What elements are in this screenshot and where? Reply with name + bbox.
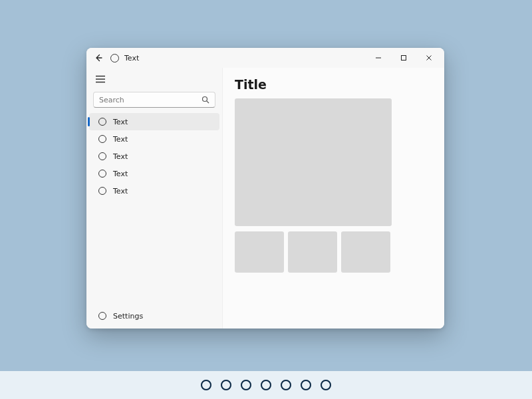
close-icon — [426, 55, 432, 61]
taskbar-item[interactable] — [241, 380, 251, 390]
nav-item-label: Text — [113, 187, 128, 196]
circle-icon — [98, 152, 106, 160]
settings-item[interactable]: Settings — [89, 307, 219, 325]
minimize-icon — [375, 55, 382, 61]
minimize-button[interactable] — [366, 49, 391, 66]
titlebar-left: Text — [92, 51, 139, 65]
sidebar: Text Text Text Text Text — [86, 68, 222, 329]
window-body: Text Text Text Text Text — [86, 68, 444, 329]
hamburger-icon — [96, 75, 105, 83]
svg-point-5 — [203, 97, 207, 102]
sidebar-footer: Settings — [86, 307, 222, 325]
nav-item-4[interactable]: Text — [89, 182, 219, 200]
circle-icon — [98, 135, 106, 143]
circle-icon — [98, 187, 106, 195]
search-icon — [201, 96, 209, 104]
app-icon — [110, 54, 119, 63]
taskbar-item[interactable] — [261, 380, 271, 390]
nav-item-label: Text — [113, 135, 128, 144]
search-box[interactable] — [93, 92, 215, 108]
settings-label: Settings — [113, 312, 143, 321]
taskbar — [0, 371, 532, 399]
content-area: Title — [222, 68, 444, 329]
nav-item-label: Text — [113, 170, 128, 178]
window-title: Text — [124, 54, 139, 63]
hamburger-button[interactable] — [90, 70, 110, 88]
hero-placeholder — [235, 98, 392, 226]
nav-item-0[interactable]: Text — [89, 113, 219, 130]
svg-rect-1 — [402, 56, 406, 61]
window-controls — [366, 49, 442, 66]
nav-item-2[interactable]: Text — [89, 148, 219, 165]
circle-icon — [98, 312, 106, 320]
page-title: Title — [235, 77, 432, 92]
nav-list: Text Text Text Text Text — [86, 113, 222, 200]
taskbar-item[interactable] — [221, 380, 231, 390]
taskbar-item[interactable] — [301, 380, 311, 390]
thumbnail — [288, 231, 337, 273]
nav-item-label: Text — [113, 152, 128, 161]
close-button[interactable] — [416, 49, 442, 66]
taskbar-item[interactable] — [201, 380, 211, 390]
maximize-button[interactable] — [391, 49, 416, 66]
taskbar-item[interactable] — [281, 380, 291, 390]
back-button[interactable] — [92, 51, 105, 65]
search-input[interactable] — [99, 96, 201, 104]
back-arrow-icon — [94, 54, 102, 62]
nav-item-label: Text — [113, 118, 128, 126]
svg-line-6 — [207, 101, 209, 103]
titlebar: Text — [86, 48, 444, 68]
app-window: Text — [86, 48, 444, 329]
thumbnail — [341, 231, 390, 273]
nav-item-1[interactable]: Text — [89, 130, 219, 148]
thumbnail-row — [235, 231, 432, 273]
thumbnail — [235, 231, 284, 273]
circle-icon — [98, 170, 106, 178]
taskbar-item[interactable] — [321, 380, 331, 390]
nav-item-3[interactable]: Text — [89, 165, 219, 182]
maximize-icon — [400, 55, 407, 61]
circle-icon — [98, 118, 106, 126]
